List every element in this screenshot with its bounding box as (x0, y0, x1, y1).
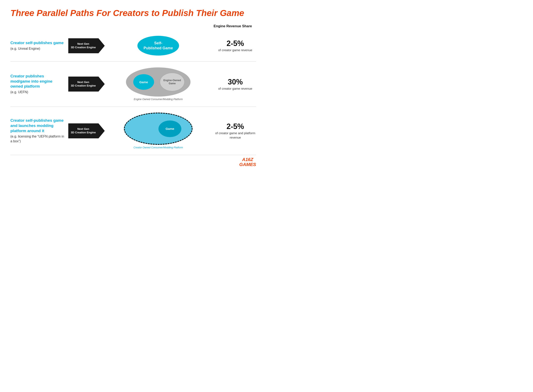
path1-visual: Self- Published Game (102, 36, 214, 56)
path2-outer-ellipse: Game Engine-Owned Game (126, 67, 190, 97)
path3-outer-ellipse: Game (124, 112, 193, 145)
logo: A16ZGAMES (239, 157, 256, 167)
path3-arrow: Next Gen 3D Creation Engine (65, 123, 102, 138)
path2-caption: Engine Owned Consumer/Modding Platform (134, 98, 183, 101)
path2-revenue: 30% of creator game revenue (214, 78, 256, 91)
logo-wrap: A16ZGAMES (10, 155, 256, 167)
path3-label: Creator self-publishes game and launches… (10, 118, 65, 144)
path3-arrow-shape: Next Gen 3D Creation Engine (68, 123, 99, 138)
path2-arrow-line2: 3D Creation Engine (71, 84, 96, 88)
path3-arrow-line1: Next Gen (77, 127, 89, 131)
path-row-1: Creator self-publishes game (e.g. Unreal… (10, 30, 256, 62)
path1-desc: of creator game revenue (214, 48, 256, 52)
path2-label: Creator publishes mod/game into engine o… (10, 74, 65, 94)
path2-desc: of creator game revenue (214, 86, 256, 91)
path2-title: Creator publishes mod/game into engine o… (10, 74, 65, 89)
path-row-2: Creator publishes mod/game into engine o… (10, 62, 256, 107)
path2-arrow-line1: Next Gen (77, 80, 89, 84)
path3-title: Creator self-publishes game and launches… (10, 118, 65, 133)
path1-arrow-line2: 3D Creation Engine (71, 46, 96, 49)
path2-percent: 30% (214, 78, 256, 86)
path1-arrow: Next Gen 3D Creation Engine (65, 38, 102, 53)
path2-sub: (e.g. UEFN) (10, 90, 65, 94)
path3-visual: Game Creator Owned Consumer/Modding Plat… (102, 112, 214, 149)
path2-visual: Game Engine-Owned Game Engine Owned Cons… (102, 67, 214, 101)
path3-sub: (e.g. licensing the “UEFN platform in a … (10, 134, 65, 144)
path1-percent: 2-5% (214, 39, 256, 48)
path2-arrow: Next Gen 3D Creation Engine (65, 77, 102, 92)
path1-ellipse: Self- Published Game (137, 36, 179, 56)
revenue-header: Engine Revenue Share (10, 24, 256, 28)
path2-venn-wrap: Game Engine-Owned Game Engine Owned Cons… (125, 67, 192, 101)
path1-revenue: 2-5% of creator game revenue (214, 39, 256, 52)
path2-arrow-shape: Next Gen 3D Creation Engine (68, 77, 99, 92)
page-title: Three Parallel Paths For Creators to Pub… (10, 8, 256, 18)
path3-caption: Creator Owned Consumer/Modding Platform (133, 146, 183, 149)
path3-desc: of creator game and platform revenue (214, 131, 256, 140)
path3-dashed-wrap: Game Creator Owned Consumer/Modding Plat… (123, 112, 194, 149)
path3-game-ellipse: Game (158, 121, 181, 137)
path2-inner-ellipse: Engine-Owned Game (160, 73, 185, 91)
path3-percent: 2-5% (214, 122, 256, 131)
path1-arrow-shape: Next Gen 3D Creation Engine (68, 38, 99, 53)
path-row-3: Creator self-publishes game and launches… (10, 107, 256, 155)
path1-title: Creator self-publishes game (10, 40, 65, 46)
path1-sub: (e.g. Unreal Engine) (10, 47, 65, 51)
path1-label: Creator self-publishes game (e.g. Unreal… (10, 40, 65, 51)
path3-arrow-line2: 3D Creation Engine (71, 131, 96, 134)
path3-revenue: 2-5% of creator game and platform revenu… (214, 122, 256, 140)
path1-arrow-line1: Next Gen (77, 42, 89, 46)
path1-ellipse-text: Self- Published Game (143, 41, 173, 51)
path2-game-ellipse: Game (133, 74, 154, 90)
